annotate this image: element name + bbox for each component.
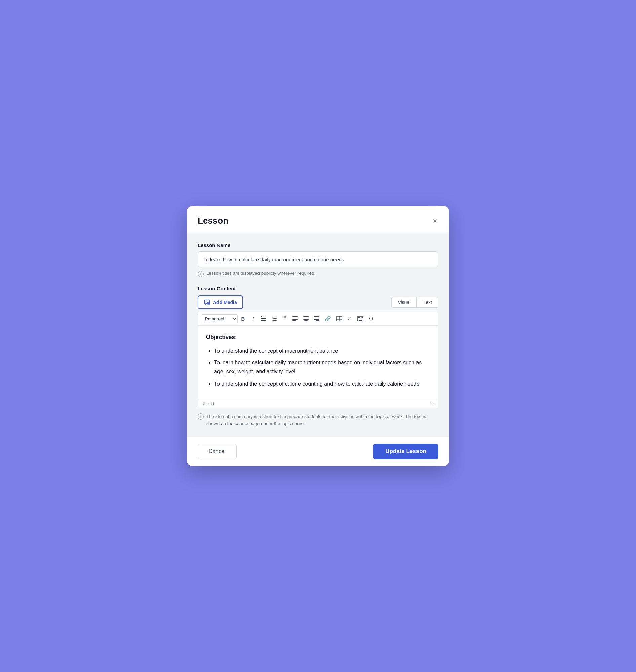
svg-rect-40	[362, 319, 363, 319]
align-right-icon	[314, 316, 319, 321]
lesson-content-label: Lesson Content	[198, 286, 438, 292]
align-left-icon	[293, 316, 298, 321]
info-icon: i	[198, 271, 204, 277]
svg-rect-18	[293, 319, 298, 320]
update-lesson-button[interactable]: Update Lesson	[373, 444, 438, 459]
tab-visual[interactable]: Visual	[391, 297, 417, 308]
bold-button[interactable]: B	[238, 314, 248, 323]
lesson-content-section: Lesson Content Add Media Visual Text	[198, 286, 438, 427]
add-media-icon	[204, 299, 211, 305]
table-icon	[337, 316, 342, 321]
view-tabs: Visual Text	[391, 297, 438, 308]
summary-info-text: The idea of a summary is a short text to…	[206, 413, 438, 427]
svg-rect-34	[359, 317, 360, 318]
svg-rect-6	[261, 320, 266, 321]
modal-header: Lesson ×	[187, 206, 449, 233]
svg-rect-9	[261, 320, 262, 321]
content-list: To understand the concept of macronutrie…	[206, 346, 430, 388]
svg-rect-25	[315, 318, 319, 318]
svg-rect-27	[316, 320, 319, 321]
svg-rect-15	[273, 320, 277, 321]
editor-content[interactable]: Objectives: To understand the concept of…	[198, 326, 438, 400]
editor-statusbar: UL » LI ⋱	[198, 400, 438, 408]
svg-rect-8	[261, 318, 262, 319]
modal-body: Lesson Name i Lesson titles are displaye…	[187, 233, 449, 437]
add-media-button[interactable]: Add Media	[198, 296, 243, 309]
svg-rect-26	[314, 319, 319, 320]
lesson-name-info: i Lesson titles are displayed publicly w…	[198, 271, 438, 277]
link-button[interactable]: 🔗	[322, 314, 334, 323]
svg-text:3.: 3.	[272, 319, 273, 321]
svg-rect-23	[304, 320, 307, 321]
svg-rect-13	[273, 317, 277, 317]
svg-rect-16	[293, 316, 298, 317]
modal-footer: Cancel Update Lesson	[187, 437, 449, 466]
svg-rect-38	[359, 319, 360, 319]
bullet-list-icon	[261, 316, 266, 321]
svg-rect-39	[361, 319, 362, 319]
svg-rect-33	[358, 317, 359, 318]
modal-title: Lesson	[198, 216, 228, 226]
summary-info-icon: i	[198, 414, 204, 419]
align-right-button[interactable]	[312, 314, 322, 323]
svg-rect-21	[304, 318, 308, 318]
list-item: To understand the concept of macronutrie…	[214, 346, 430, 355]
content-heading: Objectives:	[206, 333, 430, 342]
editor-wrapper: Paragraph Heading 1 Heading 2 Heading 3 …	[198, 312, 438, 409]
bullet-list-button[interactable]	[258, 314, 269, 323]
align-left-button[interactable]	[290, 314, 300, 323]
keyboard-button[interactable]	[355, 314, 366, 323]
lesson-name-input[interactable]	[198, 252, 438, 267]
resize-handle[interactable]: ⋱	[430, 401, 435, 407]
svg-rect-14	[273, 318, 277, 319]
table-button[interactable]	[334, 314, 344, 323]
svg-rect-35	[361, 317, 362, 318]
lesson-name-section: Lesson Name i Lesson titles are displaye…	[198, 242, 438, 277]
svg-rect-41	[359, 320, 362, 321]
add-media-label: Add Media	[213, 299, 237, 305]
svg-rect-20	[303, 316, 309, 317]
align-center-icon	[303, 316, 309, 321]
blockquote-button[interactable]: "	[280, 314, 290, 323]
statusbar-path: UL » LI	[201, 402, 214, 407]
cancel-button[interactable]: Cancel	[198, 444, 237, 459]
numbered-list-icon: 1. 2. 3.	[272, 316, 277, 321]
svg-point-1	[206, 301, 207, 302]
numbered-list-button[interactable]: 1. 2. 3.	[269, 314, 279, 323]
list-item: To learn how to calculate daily macronut…	[214, 358, 430, 376]
tab-text[interactable]: Text	[417, 297, 438, 308]
italic-button[interactable]: I	[249, 314, 258, 323]
svg-rect-4	[261, 317, 266, 317]
lesson-name-info-text: Lesson titles are displayed publicly whe…	[206, 271, 315, 276]
list-item: To understand the concept of calorie cou…	[214, 379, 430, 388]
editor-toolbar: Paragraph Heading 1 Heading 2 Heading 3 …	[198, 312, 438, 326]
close-button[interactable]: ×	[431, 216, 438, 226]
summary-info: i The idea of a summary is a short text …	[198, 413, 438, 427]
expand-button[interactable]: ⤢	[345, 314, 354, 323]
lesson-modal: Lesson × Lesson Name i Lesson titles are…	[187, 206, 449, 466]
svg-rect-17	[293, 318, 297, 318]
lesson-name-label: Lesson Name	[198, 242, 438, 248]
svg-rect-37	[358, 319, 359, 319]
editor-top-bar: Add Media Visual Text	[198, 296, 438, 309]
svg-rect-19	[293, 320, 296, 321]
svg-rect-7	[261, 316, 262, 317]
code-button[interactable]: {}	[366, 314, 376, 323]
svg-rect-36	[362, 317, 363, 318]
align-center-button[interactable]	[301, 314, 311, 323]
svg-rect-5	[261, 318, 266, 319]
svg-rect-24	[314, 316, 319, 317]
svg-rect-22	[303, 319, 309, 320]
keyboard-icon	[357, 316, 363, 321]
paragraph-select[interactable]: Paragraph Heading 1 Heading 2 Heading 3	[201, 314, 238, 323]
